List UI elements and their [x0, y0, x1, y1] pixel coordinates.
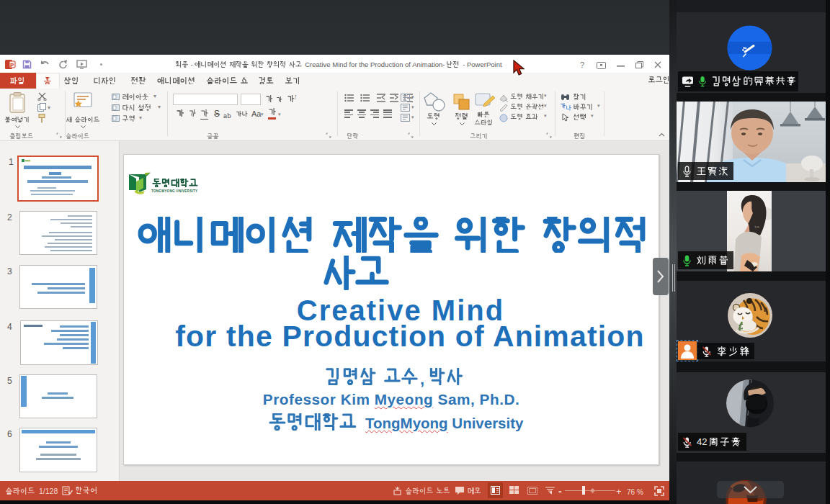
svg-text:TCL: TCL [754, 225, 760, 229]
svg-text:P: P [10, 62, 14, 68]
